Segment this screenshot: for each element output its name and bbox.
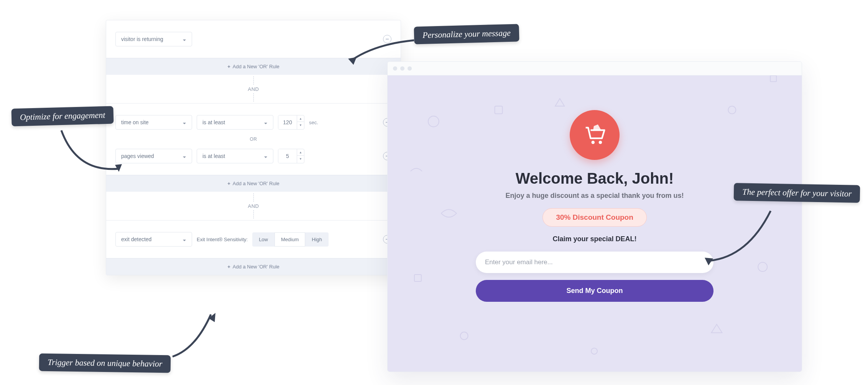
- svg-point-5: [460, 332, 468, 340]
- svg-point-8: [592, 141, 595, 144]
- rule-block-1: visitor is returning: [106, 20, 401, 58]
- add-or-label: Add a New 'OR' Rule: [233, 264, 279, 270]
- rule-block-3: exit detected Exit Intent® Sensitivity: …: [106, 220, 401, 258]
- rule-row-visitor: visitor is returning: [115, 27, 391, 51]
- pages-value-wrap: ▲ ▼: [278, 149, 304, 163]
- chevron-down-icon: [182, 237, 186, 241]
- time-value-input[interactable]: [278, 115, 297, 129]
- spinner-down[interactable]: ▼: [297, 122, 304, 128]
- window-dot: [408, 66, 412, 71]
- campaign-preview-window: Welcome Back, John! Enjoy a huge discoun…: [387, 61, 802, 372]
- and-divider: AND: [106, 75, 401, 103]
- add-or-label: Add a New 'OR' Rule: [233, 64, 279, 69]
- svg-point-9: [599, 141, 602, 144]
- time-value-wrap: ▲ ▼: [278, 115, 304, 130]
- rule-row-pages: pages viewed is at least ▲ ▼: [115, 144, 391, 168]
- and-divider: AND: [106, 192, 401, 220]
- svg-point-2: [728, 106, 736, 114]
- field-select-time[interactable]: time on site: [115, 115, 192, 130]
- chevron-down-icon: [182, 37, 186, 41]
- svg-point-0: [428, 116, 439, 127]
- number-spinner: ▲ ▼: [297, 115, 304, 129]
- select-label: pages viewed: [121, 153, 154, 159]
- plus-icon: +: [227, 181, 230, 186]
- number-spinner: ▲ ▼: [297, 149, 304, 163]
- unit-label: sec.: [309, 120, 318, 125]
- pages-value-input[interactable]: [278, 149, 297, 163]
- sensitivity-high[interactable]: High: [305, 232, 329, 247]
- add-or-rule-button[interactable]: +Add a New 'OR' Rule: [106, 58, 401, 75]
- spinner-up[interactable]: ▲: [297, 115, 304, 122]
- svg-rect-3: [414, 275, 421, 281]
- rule-row-time: time on site is at least ▲ ▼ sec.: [115, 110, 391, 134]
- annotation-offer: The perfect offer for your visitor: [734, 183, 860, 203]
- annotation-trigger: Trigger based on unique behavior: [39, 354, 171, 373]
- condition-select-visitor[interactable]: visitor is returning: [115, 32, 192, 46]
- annotation-optimize: Optimize for engagement: [11, 106, 114, 127]
- svg-point-7: [591, 348, 597, 354]
- or-divider: OR: [115, 137, 391, 142]
- browser-titlebar: [388, 62, 802, 76]
- annotation-personalize: Personalize your message: [414, 24, 519, 44]
- cart-icon-badge: [570, 110, 620, 160]
- welcome-subtitle: Enjoy a huge discount as a special thank…: [505, 192, 684, 200]
- and-label: AND: [248, 86, 259, 92]
- chevron-down-icon: [264, 154, 268, 158]
- plus-icon: +: [227, 64, 230, 69]
- welcome-title: Welcome Back, John!: [516, 170, 674, 187]
- spinner-down[interactable]: ▼: [297, 156, 304, 162]
- chevron-down-icon: [182, 120, 186, 124]
- send-coupon-button[interactable]: Send My Coupon: [476, 280, 713, 302]
- chevron-down-icon: [182, 154, 186, 158]
- field-select-exit[interactable]: exit detected: [115, 232, 192, 247]
- sensitivity-low[interactable]: Low: [252, 232, 275, 247]
- sensitivity-medium[interactable]: Medium: [275, 232, 305, 247]
- plus-icon: +: [227, 264, 230, 270]
- select-label: exit detected: [121, 236, 151, 242]
- sensitivity-segmented: Low Medium High: [252, 232, 329, 247]
- rule-row-exit: exit detected Exit Intent® Sensitivity: …: [115, 227, 391, 251]
- sensitivity-label: Exit Intent® Sensitivity:: [197, 237, 248, 242]
- add-or-label: Add a New 'OR' Rule: [233, 181, 279, 186]
- display-rules-panel: visitor is returning +Add a New 'OR' Rul…: [106, 20, 401, 275]
- rule-block-2: time on site is at least ▲ ▼ sec. OR pag…: [106, 103, 401, 175]
- select-label: time on site: [121, 119, 149, 125]
- chevron-down-icon: [264, 120, 268, 124]
- remove-rule-button[interactable]: [383, 35, 391, 43]
- arrow-icon: [169, 311, 222, 362]
- window-dot: [393, 66, 397, 71]
- claim-text: Claim your special DEAL!: [552, 235, 636, 243]
- select-label: is at least: [202, 153, 225, 159]
- add-or-rule-button[interactable]: +Add a New 'OR' Rule: [106, 258, 401, 275]
- preview-body: Welcome Back, John! Enjoy a huge discoun…: [388, 76, 802, 372]
- shopping-cart-icon: [582, 122, 608, 148]
- add-or-rule-button[interactable]: +Add a New 'OR' Rule: [106, 175, 401, 192]
- coupon-badge: 30% Discount Coupon: [542, 208, 647, 227]
- field-select-pages[interactable]: pages viewed: [115, 149, 192, 163]
- svg-rect-6: [770, 76, 776, 82]
- window-dot: [400, 66, 404, 71]
- select-label: is at least: [202, 119, 225, 125]
- select-label: visitor is returning: [121, 36, 163, 42]
- svg-point-4: [758, 262, 767, 271]
- email-input[interactable]: [476, 252, 713, 273]
- spinner-up[interactable]: ▲: [297, 149, 304, 156]
- svg-rect-1: [495, 106, 502, 114]
- operator-select-pages[interactable]: is at least: [197, 149, 273, 163]
- and-label: AND: [248, 203, 259, 209]
- operator-select-time[interactable]: is at least: [197, 115, 273, 130]
